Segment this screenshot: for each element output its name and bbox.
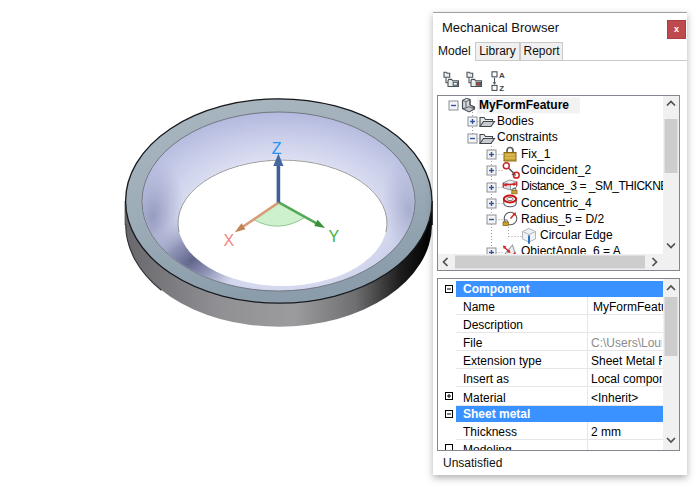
svg-text:A: A bbox=[499, 71, 505, 80]
svg-text:Z: Z bbox=[272, 140, 282, 157]
svg-text:Y: Y bbox=[329, 228, 340, 245]
svg-text:Z: Z bbox=[499, 84, 504, 92]
svg-text:X: X bbox=[224, 232, 235, 249]
